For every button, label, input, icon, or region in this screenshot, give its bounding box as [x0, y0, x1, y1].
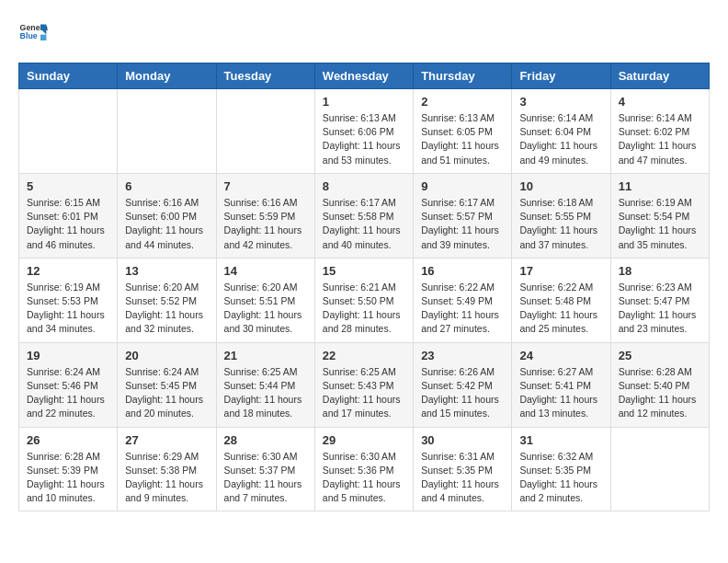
day-info: Sunrise: 6:28 AM Sunset: 5:39 PM Dayligh…: [27, 450, 109, 506]
calendar-cell: [610, 427, 709, 511]
calendar-cell: 15Sunrise: 6:21 AM Sunset: 5:50 PM Dayli…: [314, 258, 413, 342]
calendar-cell: 5Sunrise: 6:15 AM Sunset: 6:01 PM Daylig…: [19, 173, 118, 258]
day-info: Sunrise: 6:21 AM Sunset: 5:50 PM Dayligh…: [323, 281, 405, 337]
weekday-header-monday: Monday: [118, 63, 216, 89]
day-number: 28: [224, 433, 307, 447]
day-info: Sunrise: 6:19 AM Sunset: 5:53 PM Dayligh…: [27, 281, 109, 337]
calendar-cell: 24Sunrise: 6:27 AM Sunset: 5:41 PM Dayli…: [512, 342, 610, 427]
day-number: 9: [421, 179, 504, 193]
day-info: Sunrise: 6:13 AM Sunset: 6:06 PM Dayligh…: [323, 111, 405, 167]
calendar-cell: 31Sunrise: 6:32 AM Sunset: 5:35 PM Dayli…: [512, 427, 610, 511]
day-info: Sunrise: 6:29 AM Sunset: 5:38 PM Dayligh…: [125, 450, 208, 506]
day-info: Sunrise: 6:22 AM Sunset: 5:48 PM Dayligh…: [519, 281, 602, 337]
day-number: 22: [323, 349, 405, 362]
day-number: 19: [27, 349, 109, 362]
day-info: Sunrise: 6:32 AM Sunset: 5:35 PM Dayligh…: [519, 450, 602, 506]
calendar-cell: 17Sunrise: 6:22 AM Sunset: 5:48 PM Dayli…: [512, 258, 610, 342]
day-info: Sunrise: 6:22 AM Sunset: 5:49 PM Dayligh…: [421, 281, 504, 337]
day-number: 29: [323, 433, 405, 447]
day-number: 21: [224, 349, 307, 362]
day-info: Sunrise: 6:24 AM Sunset: 5:46 PM Dayligh…: [27, 365, 109, 421]
calendar-cell: 21Sunrise: 6:25 AM Sunset: 5:44 PM Dayli…: [216, 342, 314, 427]
day-number: 23: [421, 349, 504, 362]
calendar-cell: 27Sunrise: 6:29 AM Sunset: 5:38 PM Dayli…: [118, 427, 216, 511]
day-number: 27: [125, 433, 208, 447]
day-info: Sunrise: 6:28 AM Sunset: 5:40 PM Dayligh…: [619, 365, 701, 421]
day-number: 24: [519, 349, 602, 362]
svg-marker-3: [40, 35, 46, 40]
day-number: 13: [125, 264, 208, 278]
day-info: Sunrise: 6:31 AM Sunset: 5:35 PM Dayligh…: [421, 450, 504, 506]
day-number: 3: [519, 95, 602, 109]
calendar-cell: 9Sunrise: 6:17 AM Sunset: 5:57 PM Daylig…: [414, 173, 512, 258]
svg-marker-2: [40, 24, 46, 34]
day-number: 12: [27, 264, 109, 278]
day-number: 20: [125, 349, 208, 362]
week-row-4: 19Sunrise: 6:24 AM Sunset: 5:46 PM Dayli…: [19, 342, 710, 427]
weekday-header-friday: Friday: [512, 63, 610, 89]
calendar-cell: 12Sunrise: 6:19 AM Sunset: 5:53 PM Dayli…: [19, 258, 118, 342]
day-info: Sunrise: 6:20 AM Sunset: 5:51 PM Dayligh…: [224, 281, 307, 337]
calendar-cell: 19Sunrise: 6:24 AM Sunset: 5:46 PM Dayli…: [19, 342, 118, 427]
calendar-cell: [216, 89, 314, 174]
calendar-cell: 13Sunrise: 6:20 AM Sunset: 5:52 PM Dayli…: [118, 258, 216, 342]
day-number: 7: [224, 179, 307, 193]
svg-text:Blue: Blue: [20, 31, 38, 40]
day-number: 6: [125, 179, 208, 193]
day-number: 5: [27, 179, 109, 193]
day-number: 8: [323, 179, 405, 193]
calendar-cell: 20Sunrise: 6:24 AM Sunset: 5:45 PM Dayli…: [118, 342, 216, 427]
logo-icon: General Blue: [18, 18, 48, 48]
day-info: Sunrise: 6:18 AM Sunset: 5:55 PM Dayligh…: [519, 196, 602, 252]
calendar-cell: 16Sunrise: 6:22 AM Sunset: 5:49 PM Dayli…: [414, 258, 512, 342]
calendar-cell: 28Sunrise: 6:30 AM Sunset: 5:37 PM Dayli…: [216, 427, 314, 511]
day-info: Sunrise: 6:17 AM Sunset: 5:57 PM Dayligh…: [421, 196, 504, 252]
day-number: 1: [323, 95, 405, 109]
day-info: Sunrise: 6:24 AM Sunset: 5:45 PM Dayligh…: [125, 365, 208, 421]
calendar-cell: 11Sunrise: 6:19 AM Sunset: 5:54 PM Dayli…: [610, 173, 709, 258]
calendar: SundayMondayTuesdayWednesdayThursdayFrid…: [18, 63, 710, 511]
day-info: Sunrise: 6:23 AM Sunset: 5:47 PM Dayligh…: [619, 281, 701, 337]
day-info: Sunrise: 6:27 AM Sunset: 5:41 PM Dayligh…: [519, 365, 602, 421]
day-number: 10: [519, 179, 602, 193]
day-number: 16: [421, 264, 504, 278]
day-info: Sunrise: 6:30 AM Sunset: 5:37 PM Dayligh…: [224, 450, 307, 506]
calendar-cell: 29Sunrise: 6:30 AM Sunset: 5:36 PM Dayli…: [314, 427, 413, 511]
day-info: Sunrise: 6:20 AM Sunset: 5:52 PM Dayligh…: [125, 281, 208, 337]
day-number: 25: [619, 349, 701, 362]
day-number: 14: [224, 264, 307, 278]
weekday-header-saturday: Saturday: [610, 63, 709, 89]
day-info: Sunrise: 6:25 AM Sunset: 5:43 PM Dayligh…: [323, 365, 405, 421]
calendar-cell: 1Sunrise: 6:13 AM Sunset: 6:06 PM Daylig…: [314, 89, 413, 174]
day-number: 31: [519, 433, 602, 447]
day-info: Sunrise: 6:16 AM Sunset: 6:00 PM Dayligh…: [125, 196, 208, 252]
calendar-cell: 7Sunrise: 6:16 AM Sunset: 5:59 PM Daylig…: [216, 173, 314, 258]
weekday-header-wednesday: Wednesday: [314, 63, 413, 89]
calendar-cell: [19, 89, 118, 174]
day-number: 30: [421, 433, 504, 447]
day-number: 18: [619, 264, 701, 278]
day-number: 15: [323, 264, 405, 278]
day-number: 11: [619, 179, 701, 193]
day-info: Sunrise: 6:25 AM Sunset: 5:44 PM Dayligh…: [224, 365, 307, 421]
day-info: Sunrise: 6:17 AM Sunset: 5:58 PM Dayligh…: [323, 196, 405, 252]
weekday-header-thursday: Thursday: [414, 63, 512, 89]
day-info: Sunrise: 6:15 AM Sunset: 6:01 PM Dayligh…: [27, 196, 109, 252]
calendar-cell: 10Sunrise: 6:18 AM Sunset: 5:55 PM Dayli…: [512, 173, 610, 258]
logo: General Blue: [18, 18, 53, 48]
day-info: Sunrise: 6:30 AM Sunset: 5:36 PM Dayligh…: [323, 450, 405, 506]
day-info: Sunrise: 6:13 AM Sunset: 6:05 PM Dayligh…: [421, 111, 504, 167]
calendar-cell: 6Sunrise: 6:16 AM Sunset: 6:00 PM Daylig…: [118, 173, 216, 258]
day-number: 26: [27, 433, 109, 447]
calendar-cell: 22Sunrise: 6:25 AM Sunset: 5:43 PM Dayli…: [314, 342, 413, 427]
day-info: Sunrise: 6:26 AM Sunset: 5:42 PM Dayligh…: [421, 365, 504, 421]
day-number: 4: [619, 95, 701, 109]
day-info: Sunrise: 6:14 AM Sunset: 6:04 PM Dayligh…: [519, 111, 602, 167]
weekday-header-sunday: Sunday: [19, 63, 118, 89]
header: General Blue: [18, 18, 710, 48]
day-info: Sunrise: 6:14 AM Sunset: 6:02 PM Dayligh…: [619, 111, 701, 167]
calendar-cell: 4Sunrise: 6:14 AM Sunset: 6:02 PM Daylig…: [610, 89, 709, 174]
weekday-header-tuesday: Tuesday: [216, 63, 314, 89]
calendar-cell: 14Sunrise: 6:20 AM Sunset: 5:51 PM Dayli…: [216, 258, 314, 342]
calendar-cell: 2Sunrise: 6:13 AM Sunset: 6:05 PM Daylig…: [414, 89, 512, 174]
